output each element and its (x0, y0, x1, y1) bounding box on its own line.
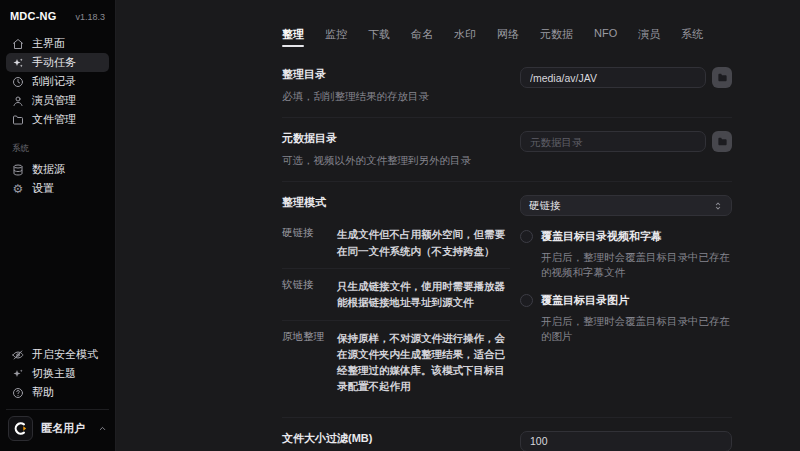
sidebar-item-safe-mode[interactable]: 开启安全模式 (6, 345, 109, 364)
sidebar-item-help[interactable]: 帮助 (6, 383, 109, 402)
sidebar-item-home[interactable]: 主界面 (6, 34, 109, 53)
toggle-overwrite-video: 覆盖目标目录视频和字幕 开启后，整理时会覆盖目标目录中已存在的视频和字幕文件 (520, 229, 732, 279)
selected-option: 硬链接 (529, 199, 561, 213)
size-filter-input[interactable] (520, 431, 732, 451)
main-panel: 整理 监控 下载 命名 水印 网络 元数据 NFO 演员 系统 整理目录 必填，… (116, 0, 800, 451)
sidebar-footer: 开启安全模式 切换主题 帮助 匿名用户 (6, 345, 109, 443)
sidebar-item-settings[interactable]: ⚙ 设置 (6, 179, 109, 198)
mode-term: 软链接 (282, 278, 327, 311)
field-organize-dir: 整理目录 必填，刮削整理结果的存放目录 (282, 54, 732, 118)
field-size-filter: 文件大小过滤(MB) 小于此大小的文件将被忽略, (影响目录监控和文件搜索) (282, 418, 732, 451)
tab-naming[interactable]: 命名 (411, 27, 433, 51)
sidebar-item-manual-task[interactable]: 手动任务 (6, 53, 109, 72)
sidebar-item-label: 文件管理 (32, 112, 76, 127)
field-label: 整理目录 (282, 67, 510, 82)
sidebar-section-system: 系统 (6, 129, 109, 160)
checkbox-overwrite-video[interactable] (520, 230, 533, 243)
toggle-overwrite-images: 覆盖目标目录图片 开启后，整理时会覆盖目标目录中已存在的图片 (520, 293, 732, 343)
organize-dir-input[interactable] (520, 67, 706, 88)
sparkles-icon (12, 368, 24, 380)
mode-def-text: 保持原样，不对源文件进行操作，会在源文件夹内生成整理结果，适合已经整理过的媒体库… (337, 330, 510, 395)
tab-actor[interactable]: 演员 (638, 27, 660, 51)
field-metadata-dir: 元数据目录 可选，视频以外的文件整理到另外的目录 (282, 118, 732, 182)
sidebar-item-label: 开启安全模式 (32, 347, 98, 362)
tab-watermark[interactable]: 水印 (454, 27, 476, 51)
eye-off-icon (12, 349, 24, 361)
sidebar-item-label: 主界面 (32, 36, 65, 51)
mode-term: 原地整理 (282, 330, 327, 395)
sidebar-item-data-source[interactable]: 数据源 (6, 160, 109, 179)
tab-monitor[interactable]: 监控 (325, 27, 347, 51)
field-label: 元数据目录 (282, 131, 510, 146)
user-name: 匿名用户 (41, 421, 90, 436)
toggle-label: 覆盖目标目录图片 (541, 293, 629, 308)
sidebar-item-label: 切换主题 (32, 366, 76, 381)
sidebar-item-label: 演员管理 (32, 93, 76, 108)
mode-def-text: 只生成链接文件，使用时需要播放器能根据链接地址寻址到源文件 (337, 278, 510, 311)
toggle-label: 覆盖目标目录视频和字幕 (541, 229, 662, 244)
settings-tabs: 整理 监控 下载 命名 水印 网络 元数据 NFO 演员 系统 (116, 0, 800, 51)
toggle-desc: 开启后，整理时会覆盖目标目录中已存在的视频和字幕文件 (541, 250, 732, 279)
sidebar-item-label: 手动任务 (32, 55, 76, 70)
tab-nfo[interactable]: NFO (594, 27, 617, 51)
tab-download[interactable]: 下载 (368, 27, 390, 51)
field-label: 文件大小过滤(MB) (282, 431, 510, 446)
sidebar-item-label: 刮削记录 (32, 74, 76, 89)
tab-metadata[interactable]: 元数据 (540, 27, 573, 51)
field-desc: 必填，刮削整理结果的存放目录 (282, 89, 510, 104)
help-icon (12, 387, 24, 399)
sidebar-item-switch-theme[interactable]: 切换主题 (6, 364, 109, 383)
checkbox-overwrite-images[interactable] (520, 294, 533, 307)
sidebar-item-label: 数据源 (32, 162, 65, 177)
gear-icon: ⚙ (12, 183, 24, 195)
tab-system[interactable]: 系统 (681, 27, 703, 51)
folder-icon (12, 114, 24, 126)
sidebar-header: MDC-NG v1.18.3 (6, 10, 109, 34)
mode-def-symlink: 软链接 只生成链接文件，使用时需要播放器能根据链接地址寻址到源文件 (282, 269, 510, 321)
sidebar-item-label: 帮助 (32, 385, 54, 400)
chevron-up-down-icon (713, 201, 723, 211)
organize-settings-form: 整理目录 必填，刮削整理结果的存放目录 元数据目录 可选，视频以外的文件整理到另 (282, 54, 732, 451)
sidebar-item-label: 设置 (32, 181, 54, 196)
sidebar: MDC-NG v1.18.3 主界面 手动任务 刮削记录 演员管理 文件管理 系… (0, 0, 116, 451)
mode-def-inplace: 原地整理 保持原样，不对源文件进行操作，会在源文件夹内生成整理结果，适合已经整理… (282, 321, 510, 404)
field-desc: 可选，视频以外的文件整理到另外的目录 (282, 153, 510, 168)
browse-folder-button[interactable] (712, 67, 732, 88)
toggle-desc: 开启后，整理时会覆盖目标目录中已存在的图片 (541, 314, 732, 343)
field-organize-mode: 整理模式 硬链接 生成文件但不占用额外空间，但需要在同一文件系统内（不支持跨盘）… (282, 182, 732, 417)
chevron-up-icon (98, 424, 107, 433)
folder-icon (717, 135, 728, 148)
avatar (8, 416, 33, 441)
metadata-dir-input[interactable] (520, 131, 706, 152)
database-icon (12, 164, 24, 176)
mode-def-hardlink: 硬链接 生成文件但不占用额外空间，但需要在同一文件系统内（不支持跨盘） (282, 217, 510, 269)
home-icon (12, 38, 24, 50)
sidebar-item-file-management[interactable]: 文件管理 (6, 110, 109, 129)
organize-mode-select[interactable]: 硬链接 (520, 195, 732, 216)
app-version: v1.18.3 (75, 12, 105, 22)
mode-term: 硬链接 (282, 226, 327, 259)
user-icon (12, 95, 24, 107)
tab-network[interactable]: 网络 (497, 27, 519, 51)
app-title: MDC-NG (10, 10, 56, 22)
tab-organize[interactable]: 整理 (282, 27, 304, 51)
user-menu[interactable]: 匿名用户 (6, 409, 109, 443)
field-label: 整理模式 (282, 195, 510, 210)
browse-folder-button[interactable] (712, 131, 732, 152)
clock-icon (12, 76, 24, 88)
sidebar-item-scrape-records[interactable]: 刮削记录 (6, 72, 109, 91)
sidebar-item-actor-management[interactable]: 演员管理 (6, 91, 109, 110)
sparkles-icon (12, 57, 24, 69)
mode-def-text: 生成文件但不占用额外空间，但需要在同一文件系统内（不支持跨盘） (337, 226, 510, 259)
folder-icon (717, 71, 728, 84)
